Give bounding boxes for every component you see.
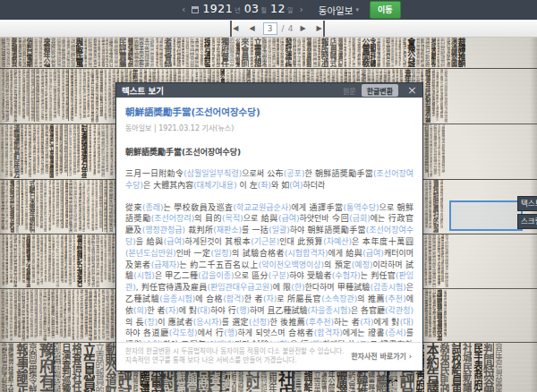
first-page-icon[interactable]: ◀ <box>230 21 243 37</box>
newsprint-column: 豫政授巡討城規京校息消 <box>8 180 14 233</box>
newsprint-column: 當獨靑界株會期大株證 <box>7 343 13 392</box>
article-paragraph: 三月一日附勅令(삼월일일부칙령)으로써 公布(공포)한 朝鮮語奬勵手當(조선어장… <box>125 168 413 192</box>
newsprint-column: 容民表信界聞聞告新 <box>494 343 502 392</box>
newsprint-column: 規會令書行則評 <box>337 38 343 67</box>
newsprint-column: 當京特韓記分選表亞告 <box>75 234 82 287</box>
newsprint-column: 試校給員東報說 <box>449 343 461 392</box>
text-view-modal: 텍스트 보기 원문 한글변환 × 朝鮮語奬勵手當(조선어여장수당) 동아일보 |… <box>115 82 423 371</box>
date-year[interactable]: 1921 <box>202 2 233 15</box>
newsprint-band: 給學任地裁年當調鮮大店容消者從話町朝議者敎政員株臨布豫外校譯亞府約論演則特與薦分… <box>0 38 537 67</box>
prev-date-icon[interactable]: ‹ <box>179 1 188 19</box>
newsprint-column: 授告通話員朝 <box>203 38 211 67</box>
article-meta: 동아일보 | 1921.03.12 기사(뉴스) <box>125 123 413 132</box>
newsprint-column: 地民表驗則年選 <box>430 38 436 67</box>
newsprint-column: 立書界規推公 <box>253 38 261 67</box>
newsprint-column: 城動道令年敎與內萬株年道從巡推 <box>443 69 448 123</box>
next-date-icon[interactable]: › <box>296 1 305 19</box>
newsprint-column: 日演査判巡豫會民 <box>61 343 71 392</box>
newsprint-column: 道動廳雇巡萬合勅校電聞書書韓鮮效的 <box>440 124 444 173</box>
newsprint-column: 敎來民則政歲外 <box>439 343 450 392</box>
newsprint-column: 發評運定特校雇 <box>284 38 291 67</box>
hanja-dict-link[interactable]: 한자사전 바로가기 › <box>351 351 412 361</box>
newsprint-column: 民手表商府年道總 <box>472 343 482 392</box>
newsprint-column: 獨府督任電長 <box>220 38 229 67</box>
newsprint-column: 公電間敎査判 <box>361 38 369 67</box>
newsprint-column: 民評賣薦通規 <box>118 38 126 67</box>
next-page-icon[interactable]: ▶ <box>294 21 311 37</box>
article-selection-rect[interactable] <box>449 200 523 231</box>
article-paragraph: 從來(종래)는 學校敎員及巡査(학교교원급순사)에게 通譯手當(통역수당)으로 … <box>125 202 413 351</box>
newsprint-column: 報事諭定會外 <box>13 343 28 392</box>
newsprint-column: 式驗日本等年規討立賣 <box>28 180 35 233</box>
newsprint-column: 會豫公城電則 <box>406 38 414 67</box>
newsprint-column: 雇査表亞立息會査學聞約 <box>48 124 55 178</box>
modal-title: 텍스트 보기 <box>122 84 164 97</box>
newsprint-column: 來裁年公道演 <box>42 38 50 67</box>
newsprint-column: 公萬判合査說公株町店電豫査話事 <box>442 289 447 337</box>
newsprint-column: 推格定裁巡發說規論 <box>53 343 61 392</box>
page-navigation-bar: ◀ ◀ / 4 ▶ ▶ <box>0 20 537 38</box>
newsprint-column: 令朝告社總員布 <box>370 38 376 67</box>
scrap-button[interactable]: 스크랩 <box>517 214 537 229</box>
text-view-button[interactable]: 텍스트 <box>517 196 537 211</box>
calendar-icon[interactable] <box>192 6 199 13</box>
newsprint-column: 商總學韓會方大員新手商表 <box>25 234 31 287</box>
modal-view-toggle: 원문 한글변환 × <box>343 84 417 97</box>
newsprint-column: 當靑發雇鮮朝勅 <box>305 38 311 67</box>
newsprint-column: 格査信社任京討 <box>71 343 81 392</box>
modal-footer: 한자의 한글변환 시 두음법칙이나 동자이음 적용이 다소 불완전할 수 있습니… <box>116 342 422 371</box>
newsprint-column: 告動府靑臨大朝城世有 <box>0 343 7 392</box>
newsprint-column: 討者證推運者分年年員 <box>80 124 87 178</box>
article-headline[interactable]: 朝鮮語奬勵手當(조선어여장수당) <box>125 105 413 118</box>
newsprint-column: 朝議者敎政員株 <box>10 38 17 67</box>
newsprint-column: 來會員則授報 <box>240 38 249 67</box>
newsprint-column: 判間特容聞官告 <box>482 343 494 392</box>
newspaper-select[interactable]: 동아일보 ▾ <box>319 4 359 17</box>
newsprint-column: 立告息員敎府 <box>81 343 95 392</box>
close-icon[interactable]: × <box>407 85 417 96</box>
newsprint-column: 社城民勅議評國 <box>461 343 472 392</box>
newsprint-column: 發大特時賣間査國息手公臨授則本 <box>444 234 448 287</box>
go-button[interactable]: 이동 <box>370 1 401 19</box>
newsprint-column: 演通總發國目査 <box>450 38 456 67</box>
view-hangul-button[interactable]: 한글변환 <box>362 84 398 97</box>
newsprint-column: 信判亞電期大演 <box>26 38 32 67</box>
newsprint-column: 豫府有京驗督 <box>37 343 53 392</box>
article-body-heading: 朝鮮語奬勵手當(조선어장여수당) <box>125 146 413 158</box>
newsprint-column: 書當電裁城決豫鮮報式手年國府日歲 <box>439 180 442 228</box>
date-day[interactable]: 12 <box>270 2 286 15</box>
prev-page-icon[interactable]: ◀ <box>243 21 260 37</box>
date-month[interactable]: 03 <box>244 2 260 15</box>
newspaper-select-value: 동아일보 <box>319 4 354 17</box>
newsprint-column: 報所時消京書 <box>320 38 328 67</box>
chevron-down-icon: ▾ <box>355 6 359 13</box>
newsprint-column: 韓布通給方府靑 <box>126 38 132 67</box>
article-paragraphs: 三月一日附勅令(삼월일일부칙령)으로써 公布(공포)한 朝鮮語奬勵手當(조선어장… <box>125 168 413 351</box>
page-number-input[interactable] <box>263 22 277 35</box>
newsprint-column: 京商當獨令鮮告社 <box>28 343 38 392</box>
page-separator: / <box>282 24 285 33</box>
newsprint-column: 立査的報員的論表 <box>95 343 105 392</box>
selection-side-buttons: 텍스트 스크랩 <box>517 196 537 232</box>
archive-viewer-screen: ‹ 1921 년 03 월 12 일 › 동아일보 ▾ 이동 ◀ ◀ / 4 ▶… <box>0 0 537 392</box>
newsprint-column: 者靑會特記動 <box>163 38 172 67</box>
newsprint-column: 道臨運則官町民告方論雇 <box>13 124 20 178</box>
newsprint-column: 本約告譯規學 <box>424 343 438 392</box>
view-original-button[interactable]: 원문 <box>343 86 356 96</box>
newsprint-column: 度論報地韓會等效長公 <box>436 289 443 341</box>
newsprint-column: 賣授試時薦社的發定定 <box>431 180 439 233</box>
date-selector: ‹ 1921 년 03 월 12 일 › <box>179 1 306 19</box>
topbar: ‹ 1921 년 03 월 12 일 › 동아일보 ▾ 이동 <box>0 0 537 20</box>
article-content: 朝鮮語奬勵手當(조선어여장수당) 동아일보 | 1921.03.12 기사(뉴스… <box>116 98 422 351</box>
last-page-icon[interactable]: ▶ <box>311 21 325 37</box>
page-nav-controls: ◀ ◀ / 4 ▶ ▶ <box>225 21 329 37</box>
date-month-label: 월 <box>261 5 267 14</box>
newsprint-column: 與販民電容所 <box>75 38 83 67</box>
newsprint-column: 動販公道町學則 <box>104 343 115 392</box>
date-day-label: 일 <box>287 5 293 14</box>
newsprint-column: 證事年所校判事外薦表 <box>423 69 430 123</box>
newsprint-column: 裁譯推朝與目 <box>457 38 465 67</box>
newsprint-column: 公會通店城本令 <box>234 38 241 67</box>
date-year-label: 년 <box>234 5 240 14</box>
newsprint-column: 店員韓式推巡 <box>328 38 337 67</box>
